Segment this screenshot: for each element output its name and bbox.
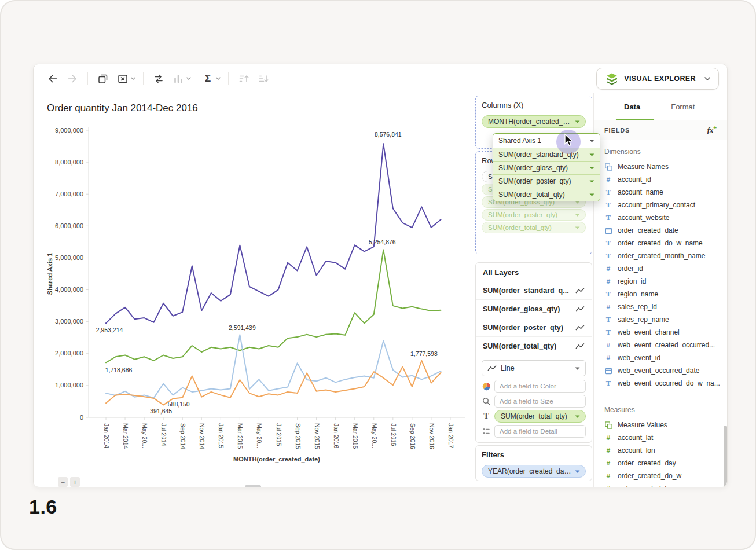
field-account-lat[interactable]: #account_lat: [594, 431, 728, 444]
zoom-in-button[interactable]: +: [70, 477, 80, 487]
data-label: 8,576,841: [375, 131, 402, 138]
pill-sum-order-poster-qty[interactable]: SUM(order_poster_qty): [482, 209, 586, 221]
color-drop-target[interactable]: Add a field to Color: [494, 380, 586, 393]
chevron-down-icon: [575, 470, 580, 473]
number-icon: #: [604, 265, 612, 272]
dropdown-item-sum-order-total-qty[interactable]: SUM(order_total_qty): [493, 188, 600, 201]
series-sum-order-standard-qty[interactable]: [106, 250, 441, 362]
field-web-event-occurred-do-w-na[interactable]: Tweb_event_occurred_do_w_na...: [594, 377, 728, 390]
add-calculated-field-button[interactable]: fx+: [707, 124, 717, 135]
data-label: 5,254,876: [369, 239, 396, 245]
field-label: web_event_channel: [618, 328, 685, 336]
field-sales-rep-id[interactable]: #sales_rep_id: [594, 300, 728, 313]
text-icon: T: [604, 188, 612, 197]
all-layers-panel: All Layers SUM(order_standard_q...SUM(or…: [475, 262, 592, 443]
fields-section-dimensions: DimensionsMeasure Names#account_idTaccou…: [594, 148, 728, 390]
field-region-id[interactable]: #region_id: [594, 275, 728, 288]
pill-sum-order-total-qty[interactable]: SUM(order_total_qty): [482, 222, 586, 233]
layer-label: SUM(order_poster_qty): [483, 324, 571, 332]
field-account-name[interactable]: Taccount_name: [594, 186, 728, 199]
y-tick-label: 9,000,000: [55, 127, 83, 134]
field-measure-values[interactable]: Measure Values: [594, 419, 728, 431]
number-icon: #: [604, 472, 612, 479]
forward-button[interactable]: [65, 71, 80, 86]
order-quantity-chart[interactable]: 01,000,0002,000,0003,000,0004,000,0005,0…: [45, 122, 474, 470]
size-drop-target[interactable]: Add a field to Size: [494, 395, 586, 408]
mark-type-select[interactable]: Line: [482, 360, 586, 376]
field-order-id[interactable]: #order_id: [594, 262, 728, 275]
field-label: web_event_id: [618, 354, 666, 362]
layer-label: SUM(order_total_qty): [483, 342, 571, 350]
sort-descending-button[interactable]: [256, 71, 271, 86]
field-label: order_created_day: [618, 459, 682, 467]
y-tick-label: 2,000,000: [55, 350, 83, 357]
sort-ascending-button[interactable]: [236, 71, 251, 86]
y-tick-label: 4,000,000: [55, 286, 83, 293]
field-label: account_lat: [618, 434, 659, 442]
chevron-down-icon[interactable]: [216, 77, 221, 80]
detail-drop-target[interactable]: Add a field to Detail: [494, 425, 586, 438]
dropdown-item-sum-order-poster-qty[interactable]: SUM(order_poster_qty): [493, 174, 600, 188]
chevron-down-icon: [575, 367, 580, 370]
aggregate-button[interactable]: Σ: [200, 71, 215, 86]
chevron-down-icon[interactable]: [131, 77, 135, 80]
field-order-created-hour[interactable]: #order_created_hour: [594, 482, 728, 487]
field-account-website[interactable]: Taccount_website: [594, 211, 728, 224]
detail-well-row: Add a field to Detail: [482, 425, 586, 438]
zoom-out-button[interactable]: −: [58, 477, 68, 487]
shared-axis-dropdown-header[interactable]: Shared Axis 1: [493, 134, 600, 148]
sidebar-scrollbar[interactable]: [724, 426, 727, 487]
duplicate-chart-button[interactable]: [96, 71, 111, 86]
pill-year-order-created-date[interactable]: YEAR(order_created_date): [482, 465, 586, 478]
field-web-event-channel[interactable]: Tweb_event_channel: [594, 326, 728, 339]
pill-month-order-created-date[interactable]: MONTH(order_created_d...: [482, 115, 586, 128]
shared-axis-dropdown[interactable]: Shared Axis 1 SUM(order_standard_qty)SUM…: [493, 133, 600, 201]
chevron-down-icon: [589, 140, 594, 142]
field-order-created-do-w-name[interactable]: Torder_created_do_w_name: [594, 237, 728, 250]
layer-sum-order-gloss-qty[interactable]: SUM(order_gloss_qty): [476, 300, 592, 318]
visual-explorer-button[interactable]: VISUAL EXPLORER: [596, 68, 719, 90]
tab-data[interactable]: Data: [624, 102, 640, 111]
x-tick-label: Jul 2016: [390, 423, 397, 446]
dropdown-item-sum-order-gloss-qty[interactable]: SUM(order_gloss_qty): [493, 161, 600, 174]
pill-label: MONTH(order_created_d...: [488, 118, 571, 126]
clear-chart-button[interactable]: [115, 71, 130, 86]
layer-sum-order-total-qty[interactable]: SUM(order_total_qty): [476, 337, 592, 355]
chevron-down-icon[interactable]: [186, 77, 191, 80]
field-order-created-do-w[interactable]: #order_created_do_w: [594, 470, 728, 482]
dropdown-item-label: SUM(order_gloss_qty): [498, 164, 589, 172]
field-sales-rep-name[interactable]: Tsales_rep_name: [594, 313, 728, 326]
series-sum-order-total-qty[interactable]: [106, 144, 441, 323]
pill-sum-order-total-qty[interactable]: SUM(order_total_qty): [494, 410, 586, 423]
field-web-event-occurred-date[interactable]: web_event_occurred_date: [594, 364, 728, 377]
number-icon: #: [604, 176, 612, 183]
tab-format[interactable]: Format: [671, 102, 695, 111]
data-label: 2,591,439: [229, 324, 256, 331]
visual-explorer-logo-icon: [605, 72, 619, 86]
field-order-created-day[interactable]: #order_created_day: [594, 457, 728, 470]
field-label: region_name: [618, 290, 664, 298]
swap-axes-button[interactable]: [151, 71, 166, 86]
field-account-primary-contact[interactable]: Taccount_primary_contact: [594, 199, 728, 211]
series-sum-order-poster-qty[interactable]: [106, 361, 441, 405]
layer-sum-order-poster-qty[interactable]: SUM(order_poster_qty): [476, 318, 592, 337]
field-label: Measure Values: [618, 421, 673, 429]
measure-stack-icon: [604, 421, 612, 429]
field-region-name[interactable]: Tregion_name: [594, 288, 728, 300]
version-label: 1.6: [29, 496, 57, 518]
field-account-id[interactable]: #account_id: [594, 173, 728, 186]
field-order-created-month-name[interactable]: Torder_created_month_name: [594, 250, 728, 262]
field-web-event-id[interactable]: #web_event_id: [594, 351, 728, 364]
series-sum-order-gloss-qty[interactable]: [106, 335, 441, 398]
horizontal-scrollbar[interactable]: [245, 485, 261, 487]
dropdown-header-label: Shared Axis 1: [498, 137, 541, 145]
dropdown-item-sum-order-standard-qty[interactable]: SUM(order_standard_qty): [493, 148, 600, 161]
field-account-lon[interactable]: #account_lon: [594, 444, 728, 457]
chart-type-button[interactable]: [171, 71, 186, 86]
field-web-event-created-occurred[interactable]: #web_event_created_occurred...: [594, 339, 728, 351]
field-measure-names[interactable]: Measure Names: [594, 160, 728, 173]
layer-sum-order-standard-q[interactable]: SUM(order_standard_q...: [476, 281, 592, 300]
measure-stack-icon: [604, 163, 612, 171]
back-button[interactable]: [45, 71, 60, 86]
field-order-created-date[interactable]: order_created_date: [594, 224, 728, 237]
